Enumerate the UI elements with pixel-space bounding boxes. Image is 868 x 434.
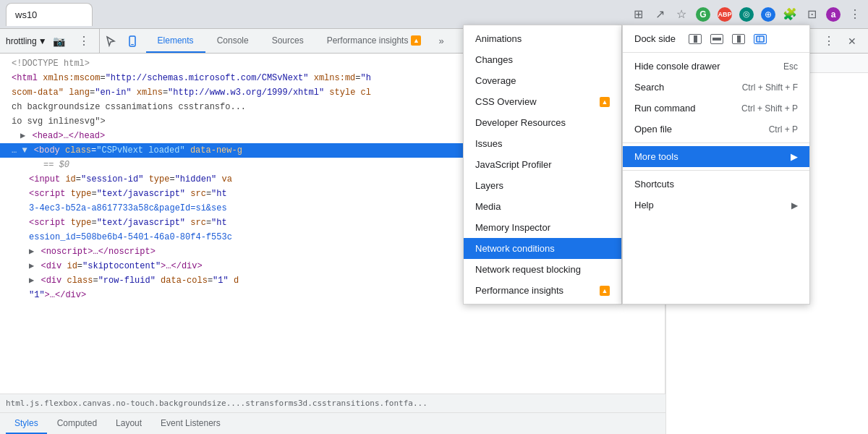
dom-breadcrumb-bar: html.js.flexbox.canvas.no-touch.backgrou… <box>0 393 665 412</box>
tab-event-listeners[interactable]: Event Listeners <box>152 413 229 434</box>
style-tab-layout-label: Layout <box>116 418 142 428</box>
tab-performance-insights[interactable]: Performance insights ▲ <box>315 29 433 53</box>
devtools-container: hrottling ▼ 📷 ⋮ Elements Console <box>0 29 868 434</box>
element-picker-icon[interactable] <box>101 32 120 51</box>
svg-rect-1 <box>131 44 134 45</box>
save-page-icon[interactable]: ⊞ <box>631 7 645 22</box>
tab-layout[interactable]: Layout <box>107 413 150 434</box>
open-file-shortcut: Ctrl + P <box>769 124 798 135</box>
hide-console-drawer-shortcut: Esc <box>783 61 798 72</box>
tab-performance-insights-label: Performance insights <box>327 35 409 46</box>
menu-item-animations[interactable]: Animations <box>464 28 621 49</box>
svg-rect-2 <box>757 36 764 42</box>
styles-tabs-bar: Styles Computed Layout Event Listeners <box>0 412 665 434</box>
chrome-menu-icon[interactable]: ⋮ <box>848 7 862 22</box>
throttle-dropdown[interactable]: hrottling ▼ <box>6 36 47 46</box>
profile-icon[interactable]: a <box>826 7 841 22</box>
dock-side-label: Dock side <box>634 33 676 44</box>
dock-separate-icon[interactable] <box>754 34 767 44</box>
menu-divider <box>623 52 809 53</box>
dock-bottom-icon[interactable] <box>710 34 723 44</box>
menu-item-coverage[interactable]: Coverage <box>464 70 621 91</box>
screenshot-capture-icon[interactable]: 📷 <box>50 32 69 51</box>
more-tools-label: More tools <box>634 151 678 162</box>
style-tab-event-listeners-label: Event Listeners <box>161 418 221 428</box>
close-devtools-button[interactable]: ✕ <box>842 31 862 51</box>
dock-left-icon[interactable] <box>689 34 702 44</box>
menu-item-memory-inspector[interactable]: Memory Inspector <box>464 217 621 238</box>
browser-tab-title[interactable]: ws10 <box>6 3 93 26</box>
open-file-label: Open file <box>634 124 672 135</box>
devtools-more-options[interactable]: ⋮ <box>75 32 93 51</box>
menu-item-network-request-blocking[interactable]: Network request blocking <box>464 259 621 280</box>
menu-item-media[interactable]: Media <box>464 196 621 217</box>
perf-insights-experimental-icon: ▲ <box>600 286 610 296</box>
experimental-badge: ▲ <box>411 35 421 46</box>
menu-item-open-file[interactable]: Open file Ctrl + P <box>623 119 809 140</box>
more-options-button[interactable]: ⋮ <box>819 31 839 51</box>
throttle-section: hrottling ▼ 📷 ⋮ <box>0 29 100 53</box>
hide-console-drawer-label: Hide console drawer <box>634 61 720 72</box>
tab-more-button[interactable]: » <box>433 29 449 53</box>
menu-item-css-overview[interactable]: CSS Overview ▲ <box>464 91 621 112</box>
top-level-menu-dropdown: Dock side Hide console drawer Esc <box>622 25 810 305</box>
menu-item-help[interactable]: Help ▶ <box>623 195 809 216</box>
bookmark-icon[interactable]: ☆ <box>674 7 689 22</box>
tab-elements[interactable]: Elements <box>146 29 205 53</box>
search-shortcut: Ctrl + Shift + F <box>742 82 798 93</box>
menu-item-run-command[interactable]: Run command Ctrl + Shift + P <box>623 98 809 119</box>
tab-elements-label: Elements <box>158 35 194 46</box>
help-label: Help <box>634 200 654 210</box>
menu-item-changes[interactable]: Changes <box>464 49 621 70</box>
more-tools-arrow: ▶ <box>791 151 798 162</box>
tab-console-label: Console <box>217 35 249 46</box>
help-arrow: ▶ <box>791 200 798 210</box>
tab-styles[interactable]: Styles <box>6 413 47 434</box>
tab-computed[interactable]: Computed <box>48 413 106 434</box>
menu-item-hide-console-drawer[interactable]: Hide console drawer Esc <box>623 56 809 77</box>
dom-breadcrumb-text: html.js.flexbox.canvas.no-touch.backgrou… <box>6 399 427 408</box>
menu-item-network-conditions[interactable]: Network conditions <box>464 238 621 259</box>
menu-item-search[interactable]: Search Ctrl + Shift + F <box>623 77 809 98</box>
browser-nav-icons: ⊞ ↗ ☆ G ABP ◎ ⊕ 🧩 ⊡ a ⋮ <box>631 7 862 22</box>
style-tab-styles-label: Styles <box>14 418 38 428</box>
split-screen-icon[interactable]: ⊡ <box>804 7 819 22</box>
run-command-label: Run command <box>634 103 696 114</box>
menu-item-performance-insights[interactable]: Performance insights ▲ <box>464 280 621 301</box>
extension-teal-icon[interactable]: ◎ <box>739 7 754 22</box>
share-icon[interactable]: ↗ <box>652 7 667 22</box>
tab-sources-label: Sources <box>272 35 304 46</box>
run-command-shortcut: Ctrl + Shift + P <box>741 103 798 114</box>
tab-title-text: ws10 <box>15 9 37 20</box>
extensions-icon[interactable]: 🧩 <box>783 7 797 22</box>
menu-item-javascript-profiler[interactable]: JavaScript Profiler <box>464 154 621 175</box>
menu-item-more-tools[interactable]: More tools ▶ <box>623 146 809 167</box>
style-tab-computed-label: Computed <box>57 418 97 428</box>
menu-item-layers[interactable]: Layers <box>464 175 621 196</box>
extension-blue-icon[interactable]: ⊕ <box>761 7 775 22</box>
shortcuts-label: Shortcuts <box>634 179 674 190</box>
throttle-dropdown-arrow: ▼ <box>38 36 47 46</box>
search-label: Search <box>634 82 664 93</box>
menu-divider-2 <box>623 142 809 143</box>
throttle-label: hrottling <box>6 36 37 46</box>
dock-right-icon[interactable] <box>732 34 745 44</box>
menu-item-issues[interactable]: Issues <box>464 133 621 154</box>
device-toolbar-icon[interactable] <box>123 32 142 51</box>
menu-item-dock-side[interactable]: Dock side <box>623 28 809 49</box>
grammarly-icon[interactable]: G <box>696 7 710 22</box>
tab-sources[interactable]: Sources <box>260 29 315 53</box>
adblock-icon[interactable]: ABP <box>718 7 732 22</box>
menu-item-developer-resources[interactable]: Developer Resources <box>464 112 621 133</box>
tab-console[interactable]: Console <box>205 29 260 53</box>
menu-divider-3 <box>623 170 809 171</box>
css-overview-experimental-icon: ▲ <box>600 97 610 107</box>
more-tools-dropdown: Animations Changes Coverage CSS Overview… <box>463 25 622 305</box>
dropdown-wrapper: Animations Changes Coverage CSS Overview… <box>463 25 810 305</box>
menu-item-shortcuts[interactable]: Shortcuts <box>623 174 809 195</box>
